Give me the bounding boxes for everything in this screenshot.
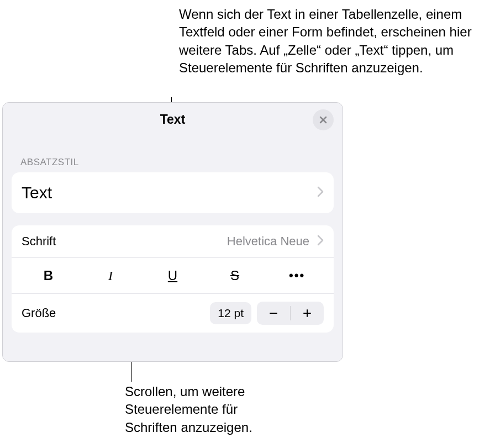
strikethrough-button[interactable]: S	[204, 265, 266, 287]
size-stepper	[257, 302, 324, 325]
style-row: B I U S •••	[12, 258, 334, 294]
plus-icon	[302, 308, 312, 318]
close-icon	[319, 115, 328, 124]
font-card: Schrift Helvetica Neue B I U S ••• Größe…	[12, 225, 334, 333]
font-value: Helvetica Neue	[227, 234, 309, 249]
font-value-wrap: Helvetica Neue	[227, 234, 324, 249]
chevron-right-icon	[317, 235, 324, 248]
paragraph-style-label: Text	[22, 183, 52, 202]
paragraph-style-row[interactable]: Text	[12, 172, 334, 213]
size-controls: 12 pt	[210, 302, 324, 325]
font-label: Schrift	[22, 234, 56, 249]
close-button[interactable]	[313, 109, 334, 130]
font-row[interactable]: Schrift Helvetica Neue	[12, 225, 334, 258]
panel-header: Text	[3, 103, 343, 136]
panel-title: Text	[160, 112, 186, 127]
annotation-bottom: Scrollen, um weitere Steuerelemente für …	[125, 383, 291, 436]
size-increment-button[interactable]	[291, 302, 324, 325]
chevron-right-icon	[317, 186, 324, 199]
annotation-top: Wenn sich der Text in einer Tabellenzell…	[179, 6, 488, 77]
size-label: Größe	[22, 306, 56, 320]
callout-line	[131, 362, 132, 382]
text-panel: Text ABSATZSTIL Text Schrift Helvetica N…	[2, 102, 343, 362]
section-label: ABSATZSTIL	[20, 157, 343, 168]
more-styles-button[interactable]: •••	[266, 265, 328, 287]
minus-icon	[268, 308, 278, 318]
italic-button[interactable]: I	[80, 265, 142, 287]
paragraph-style-card: Text	[12, 172, 334, 213]
underline-button[interactable]: U	[141, 265, 204, 287]
size-value-button[interactable]: 12 pt	[210, 302, 251, 324]
bold-button[interactable]: B	[17, 265, 80, 287]
size-row: Größe 12 pt	[12, 294, 334, 333]
size-decrement-button[interactable]	[257, 302, 290, 325]
